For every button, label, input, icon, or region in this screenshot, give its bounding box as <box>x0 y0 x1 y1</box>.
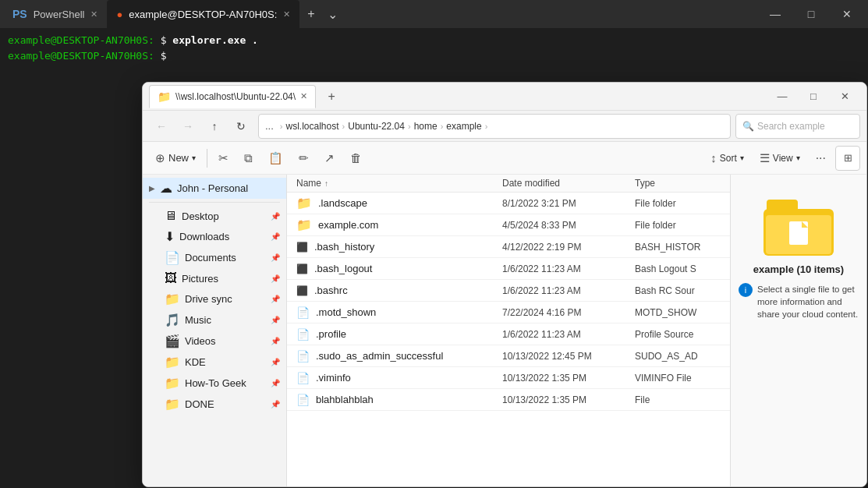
rename-button[interactable]: ✏ <box>292 146 315 171</box>
new-label: New <box>168 152 189 164</box>
sidebar-item-downloads[interactable]: ⬇ Downloads 📌 <box>143 226 286 247</box>
preview-info-row: i Select a single file to get more infor… <box>739 283 859 320</box>
table-row[interactable]: ⬛.bashrc1/6/2022 11:23 AMBash RC Sour <box>287 280 730 302</box>
forward-button[interactable]: → <box>175 114 200 139</box>
explorer-titlebar: 📁 \\wsl.localhost\Ubuntu-22.04\ ✕ + — □ … <box>143 83 866 111</box>
file-icon: ⬛ <box>296 285 308 296</box>
explorer-maximize-button[interactable]: □ <box>798 83 829 111</box>
sidebar-item-john-personal[interactable]: ▶ ☁ John - Personal <box>143 178 286 199</box>
explorer-new-tab-button[interactable]: + <box>321 86 342 108</box>
sidebar-item-documents[interactable]: 📄 Documents 📌 <box>143 247 286 268</box>
file-modified: 8/1/2022 3:21 PM <box>502 198 635 209</box>
sidebar-videos-icon: 🎬 <box>165 334 180 348</box>
crumb-example[interactable]: example <box>446 121 481 132</box>
file-type: File folder <box>635 198 721 209</box>
cut-icon: ✂ <box>218 151 229 165</box>
explorer-close-button[interactable]: ✕ <box>829 83 860 111</box>
new-tab-button[interactable]: + <box>303 4 319 24</box>
sidebar-item-drivesync[interactable]: 📁 Drive sync 📌 <box>143 288 286 309</box>
file-name: .bashrc <box>314 285 502 296</box>
delete-button[interactable]: 🗑 <box>344 146 368 171</box>
paste-icon: 📋 <box>268 151 283 165</box>
file-name: .bash_logout <box>314 263 502 274</box>
terminal-line-2: example@DESKTOP-AN70H0S: $ <box>8 48 860 64</box>
sidebar-documents-icon: 📄 <box>165 250 180 265</box>
terminal-prompt-1: example@DESKTOP-AN70H0S: <box>8 34 154 46</box>
preview-title: example (10 items) <box>753 263 844 275</box>
table-row[interactable]: ⬛.bash_logout1/6/2022 11:23 AMBash Logou… <box>287 258 730 280</box>
explorer-minimize-button[interactable]: — <box>767 83 798 111</box>
tab-powershell-close[interactable]: ✕ <box>90 9 97 19</box>
tab-powershell[interactable]: PS PowerShell ✕ <box>3 0 107 28</box>
table-row[interactable]: 📄.sudo_as_admin_successful10/13/2022 12:… <box>287 345 730 367</box>
file-type: VIMINFO File <box>635 373 721 384</box>
sidebar-item-videos[interactable]: 🎬 Videos 📌 <box>143 331 286 352</box>
file-name: .profile <box>316 328 502 340</box>
tab-ubuntu-label: example@DESKTOP-AN70H0S: <box>129 9 277 20</box>
ubuntu-icon: ● <box>116 9 122 20</box>
terminal-maximize-button[interactable]: □ <box>793 0 829 28</box>
sidebar-item-desktop[interactable]: 🖥 Desktop 📌 <box>143 206 286 226</box>
table-row[interactable]: ⬛.bash_history4/12/2022 2:19 PMBASH_HIST… <box>287 236 730 258</box>
refresh-button[interactable]: ↻ <box>229 114 253 139</box>
crumb-home[interactable]: home <box>414 121 438 132</box>
powershell-icon: PS <box>12 8 27 20</box>
file-type: Bash RC Sour <box>635 285 721 296</box>
table-row[interactable]: 📁example.com4/5/2024 8:33 PMFile folder <box>287 214 730 236</box>
sidebar-item-kde[interactable]: 📁 KDE 📌 <box>143 352 286 373</box>
back-button[interactable]: ← <box>149 114 174 139</box>
col-modified-header[interactable]: Date modified <box>502 178 635 189</box>
col-name-header[interactable]: Name ↑ <box>296 178 502 189</box>
delete-icon: 🗑 <box>350 151 362 164</box>
sort-chevron-icon: ▾ <box>740 154 744 162</box>
new-button[interactable]: ⊕ New ▾ <box>149 146 202 171</box>
cmd-sep-1 <box>207 149 207 168</box>
table-row[interactable]: 📄.profile1/6/2022 11:23 AMProfile Source <box>287 324 730 345</box>
explorer-tab-folder-icon: 📁 <box>158 90 171 103</box>
file-name: .bash_history <box>314 241 502 253</box>
table-row[interactable]: 📄blahblahblah10/13/2022 1:35 PMFile <box>287 389 730 411</box>
share-button[interactable]: ↗ <box>318 146 341 171</box>
file-icon: 📄 <box>296 306 310 319</box>
tab-ubuntu-close[interactable]: ✕ <box>283 9 290 19</box>
tab-dropdown-button[interactable]: ⌄ <box>323 4 342 25</box>
terminal-close-button[interactable]: ✕ <box>829 0 865 28</box>
sidebar-howtogeek-icon: 📁 <box>165 376 180 391</box>
sidebar-item-done[interactable]: 📁 DONE 📌 <box>143 394 286 415</box>
table-row[interactable]: 📁.landscape8/1/2022 3:21 PMFile folder <box>287 193 730 214</box>
explorer-tab-close[interactable]: ✕ <box>300 91 307 101</box>
explorer-body: ▶ ☁ John - Personal 🖥 Desktop 📌 ⬇ Downlo… <box>143 175 866 486</box>
tab-ubuntu[interactable]: ● example@DESKTOP-AN70H0S: ✕ <box>107 0 299 28</box>
view-button[interactable]: ☰ View ▾ <box>753 146 806 171</box>
crumb-ubuntu[interactable]: Ubuntu-22.04 <box>348 121 405 132</box>
sidebar-item-music[interactable]: 🎵 Music 📌 <box>143 309 286 331</box>
search-box[interactable]: 🔍 Search example <box>735 114 860 139</box>
explorer-win-controls: — □ ✕ <box>767 83 860 111</box>
folder-doc <box>789 221 808 245</box>
col-type-header[interactable]: Type <box>635 178 721 189</box>
sidebar-item-pictures[interactable]: 🖼 Pictures 📌 <box>143 268 286 288</box>
layout-toggle-button[interactable]: ⊞ <box>835 146 860 171</box>
cut-button[interactable]: ✂ <box>212 146 235 171</box>
sidebar-videos-pin: 📌 <box>271 337 280 345</box>
address-dots[interactable]: ... <box>265 120 274 132</box>
more-button[interactable]: ··· <box>810 148 832 168</box>
file-icon: 📄 <box>296 372 310 384</box>
address-bar[interactable]: ... › wsl.localhost › Ubuntu-22.04 › hom… <box>258 114 731 139</box>
sidebar-drivesync-pin: 📌 <box>271 295 280 303</box>
table-row[interactable]: 📄.motd_shown7/22/2024 4:16 PMMOTD_SHOW <box>287 302 730 324</box>
sort-button[interactable]: ↕ Sort ▾ <box>704 146 750 171</box>
up-button[interactable]: ↑ <box>202 114 227 139</box>
sidebar-drivesync-label: Drive sync <box>185 293 266 305</box>
sidebar-done-pin: 📌 <box>271 400 280 408</box>
paste-button[interactable]: 📋 <box>262 146 289 171</box>
table-row[interactable]: 📄.viminfo10/13/2022 1:35 PMVIMINFO File <box>287 367 730 389</box>
file-icon: 📄 <box>296 350 310 362</box>
terminal-content: example@DESKTOP-AN70H0S: $ explorer.exe … <box>0 28 868 68</box>
sidebar-item-howtogeek[interactable]: 📁 How-To Geek 📌 <box>143 373 286 394</box>
terminal-minimize-button[interactable]: — <box>757 0 793 28</box>
search-placeholder: Search example <box>757 121 825 132</box>
crumb-wsl[interactable]: wsl.localhost <box>286 121 339 132</box>
explorer-tab[interactable]: 📁 \\wsl.localhost\Ubuntu-22.04\ ✕ <box>149 85 316 108</box>
copy-button[interactable]: ⧉ <box>238 146 259 171</box>
